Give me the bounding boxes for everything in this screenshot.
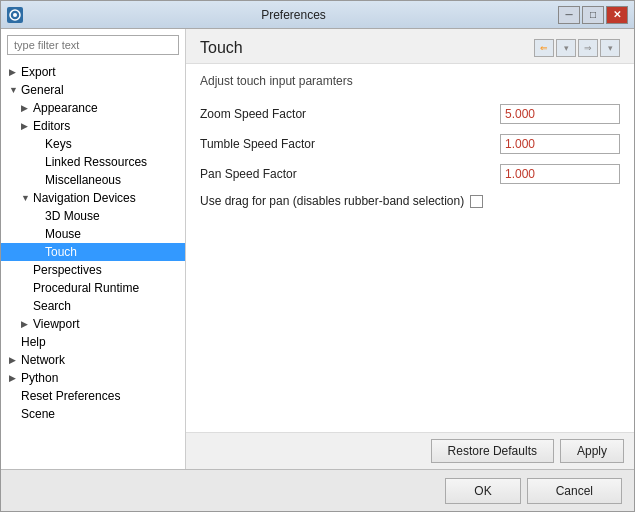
window-controls: ─ □ ✕ (558, 6, 628, 24)
sidebar-item-general[interactable]: ▼ General (1, 81, 185, 99)
sidebar-item-touch[interactable]: Touch (1, 243, 185, 261)
tumble-speed-label: Tumble Speed Factor (200, 137, 500, 151)
sidebar-item-label: Navigation Devices (33, 191, 136, 205)
app-icon (7, 7, 23, 23)
nav-back-button[interactable]: ⇐ (534, 39, 554, 57)
sidebar-item-label: Touch (45, 245, 77, 259)
sidebar-item-label: Procedural Runtime (33, 281, 139, 295)
sidebar-item-scene[interactable]: Scene (1, 405, 185, 423)
sidebar-item-linked-resources[interactable]: Linked Ressources (1, 153, 185, 171)
panel-header: Touch ⇐ ▾ ⇒ ▾ (186, 29, 634, 64)
restore-defaults-button[interactable]: Restore Defaults (431, 439, 554, 463)
sidebar-item-3d-mouse[interactable]: 3D Mouse (1, 207, 185, 225)
nav-forward-dropdown-button[interactable]: ▾ (600, 39, 620, 57)
arrow-icon: ▼ (9, 85, 21, 95)
minimize-button[interactable]: ─ (558, 6, 580, 24)
sidebar-item-miscellaneous[interactable]: Miscellaneous (1, 171, 185, 189)
sidebar-item-label: Viewport (33, 317, 79, 331)
panel-footer: Restore Defaults Apply (186, 432, 634, 469)
sidebar-item-label: Export (21, 65, 56, 79)
sidebar-item-procedural-runtime[interactable]: Procedural Runtime (1, 279, 185, 297)
bottom-bar: OK Cancel (1, 469, 634, 511)
arrow-icon: ▶ (21, 121, 33, 131)
sidebar-item-python[interactable]: ▶ Python (1, 369, 185, 387)
sidebar-item-label: Appearance (33, 101, 98, 115)
sidebar-item-appearance[interactable]: ▶ Appearance (1, 99, 185, 117)
sidebar-item-label: Search (33, 299, 71, 313)
pan-speed-row: Pan Speed Factor (200, 164, 620, 184)
zoom-speed-input[interactable] (500, 104, 620, 124)
sidebar-item-perspectives[interactable]: Perspectives (1, 261, 185, 279)
arrow-icon: ▶ (21, 319, 33, 329)
preferences-window: Preferences ─ □ ✕ ▶ Export ▼ General (0, 0, 635, 512)
ok-button[interactable]: OK (445, 478, 520, 504)
sidebar-item-export[interactable]: ▶ Export (1, 63, 185, 81)
sidebar-item-network[interactable]: ▶ Network (1, 351, 185, 369)
sidebar-item-label: Scene (21, 407, 55, 421)
panel-title: Touch (200, 39, 243, 57)
arrow-icon: ▶ (9, 373, 21, 383)
main-panel: Touch ⇐ ▾ ⇒ ▾ Adjust touch input paramte… (186, 29, 634, 469)
cancel-button[interactable]: Cancel (527, 478, 622, 504)
sidebar-item-label: Help (21, 335, 46, 349)
arrow-icon: ▶ (21, 103, 33, 113)
sidebar-item-reset-preferences[interactable]: Reset Preferences (1, 387, 185, 405)
sidebar-item-label: Mouse (45, 227, 81, 241)
arrow-icon: ▼ (21, 193, 33, 203)
sidebar-item-label: General (21, 83, 64, 97)
sidebar-item-editors[interactable]: ▶ Editors (1, 117, 185, 135)
zoom-speed-row: Zoom Speed Factor (200, 104, 620, 124)
drag-pan-checkbox[interactable] (470, 195, 483, 208)
zoom-speed-label: Zoom Speed Factor (200, 107, 500, 121)
sidebar-item-label: Reset Preferences (21, 389, 120, 403)
arrow-icon: ▶ (9, 67, 21, 77)
apply-button[interactable]: Apply (560, 439, 624, 463)
sidebar-item-viewport[interactable]: ▶ Viewport (1, 315, 185, 333)
sidebar-item-keys[interactable]: Keys (1, 135, 185, 153)
sidebar-item-search[interactable]: Search (1, 297, 185, 315)
close-button[interactable]: ✕ (606, 6, 628, 24)
drag-pan-label: Use drag for pan (disables rubber-band s… (200, 194, 464, 208)
sidebar-item-label: Miscellaneous (45, 173, 121, 187)
sidebar-item-label: Keys (45, 137, 72, 151)
sidebar-item-label: Network (21, 353, 65, 367)
sidebar-item-help[interactable]: Help (1, 333, 185, 351)
nav-forward-button[interactable]: ⇒ (578, 39, 598, 57)
tree: ▶ Export ▼ General ▶ Appearance ▶ Editor… (1, 61, 185, 469)
pan-speed-input[interactable] (500, 164, 620, 184)
filter-input[interactable] (7, 35, 179, 55)
sidebar: ▶ Export ▼ General ▶ Appearance ▶ Editor… (1, 29, 186, 469)
sidebar-item-label: Linked Ressources (45, 155, 147, 169)
drag-pan-row: Use drag for pan (disables rubber-band s… (200, 194, 620, 208)
arrow-icon: ▶ (9, 355, 21, 365)
sidebar-item-label: Editors (33, 119, 70, 133)
svg-point-1 (13, 13, 17, 17)
panel-nav: ⇐ ▾ ⇒ ▾ (534, 39, 620, 57)
tumble-speed-input[interactable] (500, 134, 620, 154)
panel-body: Adjust touch input paramters Zoom Speed … (186, 64, 634, 432)
nav-dropdown-button[interactable]: ▾ (556, 39, 576, 57)
window-title: Preferences (29, 8, 558, 22)
content-area: ▶ Export ▼ General ▶ Appearance ▶ Editor… (1, 29, 634, 469)
title-bar: Preferences ─ □ ✕ (1, 1, 634, 29)
pan-speed-label: Pan Speed Factor (200, 167, 500, 181)
sidebar-item-label: 3D Mouse (45, 209, 100, 223)
sidebar-item-label: Perspectives (33, 263, 102, 277)
panel-description: Adjust touch input paramters (200, 74, 620, 88)
tumble-speed-row: Tumble Speed Factor (200, 134, 620, 154)
maximize-button[interactable]: □ (582, 6, 604, 24)
sidebar-item-mouse[interactable]: Mouse (1, 225, 185, 243)
sidebar-item-label: Python (21, 371, 58, 385)
sidebar-item-navigation-devices[interactable]: ▼ Navigation Devices (1, 189, 185, 207)
